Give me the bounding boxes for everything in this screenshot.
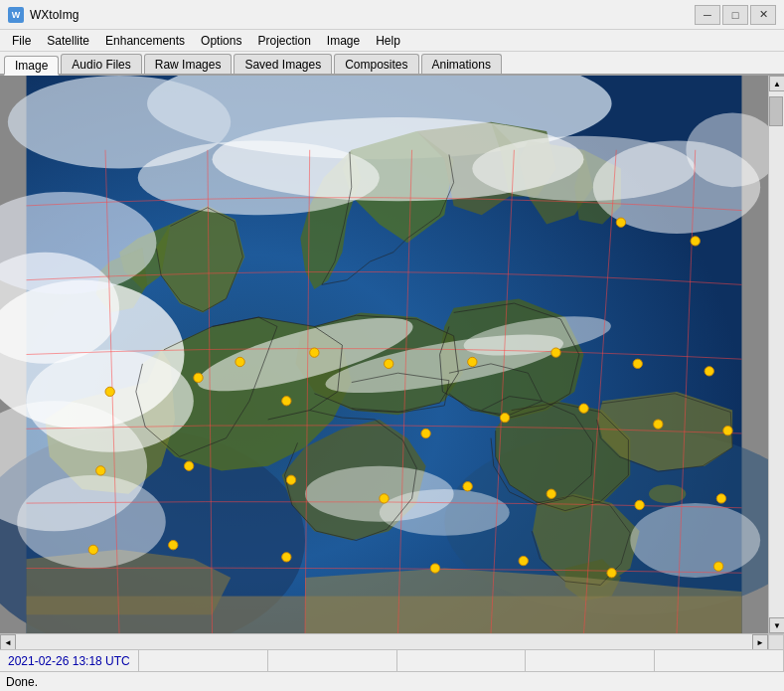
- scroll-down-button[interactable]: ▼: [769, 617, 784, 633]
- done-bar: Done.: [0, 671, 784, 691]
- svg-point-38: [380, 489, 510, 536]
- horizontal-scrollbar-container: ◄ ►: [0, 633, 784, 649]
- tab-bar: Image Audio Files Raw Images Saved Image…: [0, 52, 784, 76]
- tab-saved[interactable]: Saved Images: [234, 54, 332, 74]
- menu-image[interactable]: Image: [319, 30, 368, 52]
- app-title: WXtoImg: [30, 8, 78, 22]
- scroll-up-button[interactable]: ▲: [769, 76, 784, 91]
- maximize-button[interactable]: □: [722, 5, 748, 25]
- svg-point-80: [519, 556, 528, 565]
- menu-projection[interactable]: Projection: [249, 30, 318, 52]
- scroll-right-button[interactable]: ►: [752, 634, 768, 650]
- menu-satellite[interactable]: Satellite: [39, 30, 97, 52]
- svg-point-79: [430, 564, 439, 573]
- svg-point-71: [380, 494, 389, 503]
- done-text: Done.: [6, 675, 38, 689]
- window-controls: ─ □ ✕: [695, 5, 776, 25]
- menu-options[interactable]: Options: [193, 30, 249, 52]
- status-time: 2021-02-26 13:18 UTC: [0, 650, 139, 671]
- menu-help[interactable]: Help: [368, 30, 408, 52]
- status-segment-3: [397, 650, 527, 671]
- svg-point-52: [691, 237, 700, 246]
- tab-raw[interactable]: Raw Images: [144, 54, 233, 74]
- scroll-corner: [768, 634, 784, 650]
- svg-point-56: [468, 357, 477, 366]
- svg-point-54: [310, 348, 319, 357]
- svg-point-66: [654, 420, 663, 429]
- svg-point-64: [500, 413, 509, 422]
- status-segment-2: [268, 650, 397, 671]
- svg-point-61: [194, 373, 203, 382]
- vertical-scrollbar: ▲ ▼: [768, 76, 784, 633]
- svg-point-78: [282, 553, 291, 562]
- tab-animations[interactable]: Animations: [421, 54, 502, 74]
- svg-point-72: [463, 482, 472, 491]
- svg-point-63: [421, 429, 430, 437]
- title-bar: W WXtoImg ─ □ ✕: [0, 0, 784, 30]
- app-icon: W: [8, 7, 24, 23]
- svg-point-26: [649, 484, 686, 503]
- svg-point-55: [385, 359, 393, 368]
- title-left: W WXtoImg: [8, 7, 78, 23]
- satellite-image: [0, 76, 768, 633]
- svg-point-76: [88, 545, 97, 554]
- svg-point-68: [96, 466, 105, 475]
- menu-file[interactable]: File: [4, 30, 39, 52]
- image-area: [0, 76, 768, 633]
- svg-point-82: [713, 562, 722, 571]
- tab-audio[interactable]: Audio Files: [61, 54, 141, 74]
- svg-point-70: [286, 475, 295, 484]
- svg-point-69: [184, 461, 193, 470]
- scroll-left-button[interactable]: ◄: [0, 634, 16, 650]
- svg-point-57: [551, 348, 560, 357]
- map-overlay: [0, 76, 768, 633]
- svg-point-41: [630, 503, 760, 578]
- svg-point-58: [633, 359, 642, 368]
- status-segment-4: [526, 650, 655, 671]
- tab-image[interactable]: Image: [4, 56, 59, 76]
- svg-point-77: [169, 541, 178, 550]
- menu-enhancements[interactable]: Enhancements: [97, 30, 193, 52]
- tab-composites[interactable]: Composites: [334, 54, 418, 74]
- menu-bar: File Satellite Enhancements Options Proj…: [0, 30, 784, 52]
- close-button[interactable]: ✕: [750, 5, 776, 25]
- svg-point-59: [705, 367, 713, 376]
- horizontal-scrollbar: ◄ ►: [0, 634, 768, 649]
- svg-point-73: [547, 489, 555, 498]
- svg-point-65: [579, 404, 588, 413]
- status-bar: 2021-02-26 13:18 UTC: [0, 649, 784, 671]
- svg-point-81: [607, 569, 616, 578]
- minimize-button[interactable]: ─: [695, 5, 720, 25]
- scroll-thumb-v[interactable]: [769, 96, 783, 126]
- svg-point-51: [616, 218, 625, 227]
- svg-point-62: [282, 397, 291, 406]
- svg-point-60: [105, 387, 114, 396]
- scroll-track-v[interactable]: [769, 91, 784, 617]
- svg-point-32: [138, 140, 380, 215]
- status-segment-5: [655, 650, 784, 671]
- svg-point-53: [235, 357, 244, 366]
- main-content: ▲ ▼: [0, 76, 784, 633]
- svg-point-75: [716, 494, 725, 503]
- svg-point-67: [723, 426, 732, 434]
- scroll-track-h[interactable]: [16, 634, 752, 649]
- status-segment-1: [139, 650, 268, 671]
- svg-point-74: [635, 500, 644, 509]
